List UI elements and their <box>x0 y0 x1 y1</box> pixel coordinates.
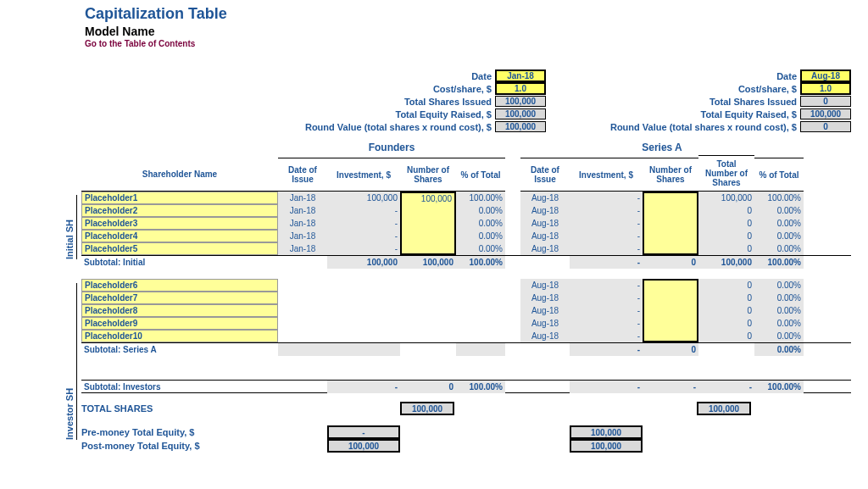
cell: 0.00% <box>754 279 804 292</box>
num-shares-input[interactable]: 100,000 <box>400 192 456 204</box>
shareholder-name[interactable]: Placeholder1 <box>81 192 278 204</box>
sub-initial-a-inv: - <box>570 256 643 269</box>
sub-seriesa-a-inv: - <box>570 343 643 356</box>
shareholder-name[interactable]: Placeholder5 <box>81 242 278 255</box>
num-shares-input[interactable] <box>643 230 698 242</box>
num-shares-input[interactable] <box>643 317 698 330</box>
seriesa-summary: DateAug-18 Cost/share, $1.0 Total Shares… <box>580 69 851 133</box>
cell: 0.00% <box>754 242 804 255</box>
shareholder-name[interactable]: Placeholder3 <box>81 217 278 230</box>
num-shares-input[interactable] <box>643 279 698 292</box>
shareholder-name[interactable]: Placeholder7 <box>81 292 278 304</box>
cell: - <box>327 242 400 255</box>
seriesa-date[interactable]: Aug-18 <box>800 69 851 82</box>
cell <box>278 279 327 292</box>
label-cost: Cost/share, $ <box>275 84 495 94</box>
col-num-shares: Number of Shares <box>643 158 698 192</box>
cell: - <box>570 242 643 255</box>
page-title: Capitalization Table <box>85 5 851 23</box>
postmoney-founders: 100,000 <box>327 439 400 453</box>
cell: 0.00% <box>754 204 804 217</box>
premoney-label: Pre-money Total Equity, $ <box>81 427 278 437</box>
num-shares-input[interactable] <box>643 192 698 204</box>
cell <box>400 279 456 292</box>
num-shares-input[interactable] <box>643 242 698 255</box>
shareholder-name[interactable]: Placeholder8 <box>81 304 278 317</box>
num-shares-input[interactable] <box>400 242 456 255</box>
num-shares-input[interactable] <box>643 204 698 217</box>
sub-initial-a-tot: 100,000 <box>698 256 754 269</box>
cell <box>400 292 456 304</box>
num-shares-input[interactable] <box>643 217 698 230</box>
cell <box>456 330 505 342</box>
cell: 100.00% <box>456 192 505 204</box>
cell <box>278 317 327 330</box>
table-row: Placeholder6Aug-18-00.00% <box>81 279 851 292</box>
investor-sh-label: Investor SH <box>64 283 77 440</box>
num-shares-input[interactable] <box>643 292 698 304</box>
num-shares-input[interactable] <box>400 217 456 230</box>
cell <box>327 292 400 304</box>
sub-inv-f-num: 0 <box>400 381 456 393</box>
label-equity-raised: Total Equity Raised, $ <box>580 109 800 119</box>
cell: 0.00% <box>456 230 505 242</box>
cell: Aug-18 <box>520 217 570 230</box>
shareholder-name[interactable]: Placeholder6 <box>81 279 278 292</box>
cell: 0 <box>698 217 754 230</box>
table-row: Placeholder10Aug-18-00.00% <box>81 330 851 342</box>
label-date: Date <box>580 71 800 81</box>
col-investment: Investment, $ <box>327 158 400 192</box>
seriesa-equity: 100,000 <box>800 108 851 119</box>
subtotal-initial-label: Subtotal: Initial <box>81 256 278 269</box>
col-total-num-shares: Total Number of Shares <box>698 155 754 192</box>
postmoney-label: Post-money Total Equity, $ <box>81 441 278 451</box>
table-row: Placeholder9Aug-18-00.00% <box>81 317 851 330</box>
shareholder-name[interactable]: Placeholder2 <box>81 204 278 217</box>
sub-inv-a-pct: 100.00% <box>754 381 804 393</box>
num-shares-input[interactable] <box>643 304 698 317</box>
col-shareholder: Shareholder Name <box>81 158 278 192</box>
initial-sh-label: Initial SH <box>64 195 77 259</box>
cell: 0 <box>698 242 754 255</box>
cell: 0.00% <box>456 242 505 255</box>
label-date: Date <box>275 71 495 81</box>
seriesa-shares: 0 <box>800 96 851 107</box>
cell: - <box>570 304 643 317</box>
cell: 0.00% <box>754 292 804 304</box>
cell: - <box>570 204 643 217</box>
shareholder-name[interactable]: Placeholder9 <box>81 317 278 330</box>
cell: 100.00% <box>754 192 804 204</box>
founders-date[interactable]: Jan-18 <box>495 69 546 82</box>
sub-inv-f-pct: 100.00% <box>456 381 505 393</box>
cell: 0 <box>698 317 754 330</box>
num-shares-input[interactable] <box>400 204 456 217</box>
subtotal-seriesa-row: Subtotal: Series A - 0 0.00% <box>81 342 851 356</box>
label-round-value: Round Value (total shares x round cost),… <box>275 122 495 132</box>
founders-equity: 100,000 <box>495 108 546 119</box>
sub-initial-a-pct: 100.00% <box>754 256 804 269</box>
seriesa-cost[interactable]: 1.0 <box>800 82 851 95</box>
shareholder-name[interactable]: Placeholder4 <box>81 230 278 242</box>
num-shares-input[interactable] <box>643 330 698 342</box>
founders-summary: DateJan-18 Cost/share, $1.0 Total Shares… <box>275 69 546 133</box>
cell: - <box>570 330 643 342</box>
total-shares-seriesa: 100,000 <box>697 402 751 415</box>
sub-inv-a-num: - <box>643 381 698 393</box>
cell: - <box>570 292 643 304</box>
cell: 0 <box>698 230 754 242</box>
col-num-shares: Number of Shares <box>400 158 456 192</box>
founders-cost[interactable]: 1.0 <box>495 82 546 95</box>
seriesa-section-title: Series A <box>520 142 804 155</box>
label-round-value: Round Value (total shares x round cost),… <box>580 122 800 132</box>
cell: - <box>327 204 400 217</box>
sub-seriesa-a-pct: 0.00% <box>754 343 804 356</box>
cell <box>400 304 456 317</box>
num-shares-input[interactable] <box>400 230 456 242</box>
cell: - <box>327 230 400 242</box>
founders-shares: 100,000 <box>495 96 546 107</box>
shareholder-name[interactable]: Placeholder10 <box>81 330 278 342</box>
premoney-founders: - <box>327 425 400 439</box>
toc-link[interactable]: Go to the Table of Contents <box>85 39 851 48</box>
cell: 0.00% <box>754 304 804 317</box>
cell: 0.00% <box>754 217 804 230</box>
